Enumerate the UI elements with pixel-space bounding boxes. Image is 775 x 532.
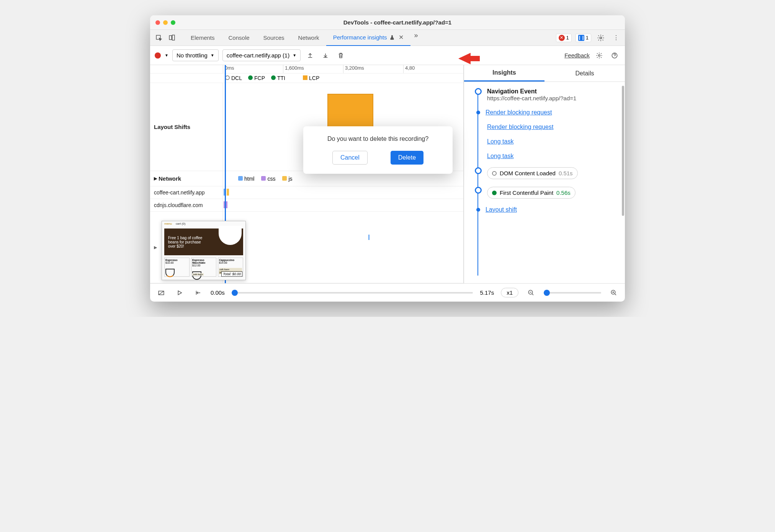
slider-thumb[interactable] bbox=[232, 290, 238, 296]
insight-title: Navigation Event bbox=[487, 88, 619, 95]
info-badge[interactable]: ❙❙ 1 bbox=[576, 34, 591, 42]
insight-link-item[interactable]: Long task bbox=[475, 138, 619, 145]
dialog-buttons: Cancel Delete bbox=[312, 151, 443, 165]
net-bar[interactable] bbox=[224, 189, 226, 196]
insight-link-item[interactable]: Render blocking request bbox=[475, 109, 619, 116]
device-toolbar-icon[interactable] bbox=[166, 32, 178, 44]
help-icon[interactable] bbox=[609, 50, 620, 61]
tab-details[interactable]: Details bbox=[544, 65, 625, 82]
thumb-product: Espresso Macchiato $12.00 milk foam bbox=[191, 258, 216, 277]
metric-pill: First Contentful Paint 0.56s bbox=[487, 187, 576, 199]
inspect-element-icon[interactable] bbox=[153, 32, 165, 44]
record-button[interactable] bbox=[155, 52, 161, 59]
legend-dcl: DCL bbox=[225, 75, 242, 81]
tab-elements[interactable]: Elements bbox=[184, 30, 222, 46]
insight-metric-dcl[interactable]: DOM Content Loaded 0.51s bbox=[475, 167, 619, 179]
net-bar-small[interactable] bbox=[368, 235, 370, 240]
timeline-panel: 0ms 1,600ms 3,200ms 4,80 DCL FCP TTI LCP… bbox=[150, 65, 464, 283]
net-bar[interactable] bbox=[224, 201, 227, 208]
host-content[interactable] bbox=[223, 186, 463, 199]
ruler-tick: 1,600ms bbox=[283, 65, 343, 73]
main-area: 0ms 1,600ms 3,200ms 4,80 DCL FCP TTI LCP… bbox=[150, 65, 625, 283]
network-host-row: coffee-cart.netlify.app bbox=[150, 186, 463, 199]
layout-shift-link[interactable]: Layout shift bbox=[486, 206, 517, 213]
titlebar: DevTools - coffee-cart.netlify.app/?ad=1 bbox=[150, 15, 625, 30]
arrow-annotation bbox=[458, 50, 481, 69]
tab-performance-insights[interactable]: Performance insights ✕ bbox=[326, 30, 410, 46]
error-badge[interactable]: ✕ 1 bbox=[556, 34, 572, 42]
zoom-in-icon[interactable] bbox=[608, 287, 620, 299]
timeline-marker bbox=[475, 88, 482, 95]
download-icon[interactable] bbox=[320, 50, 331, 61]
zoom-thumb[interactable] bbox=[544, 290, 550, 296]
insight-link-item[interactable]: Layout shift bbox=[475, 206, 619, 213]
thumb-total: Total: $0.00 bbox=[221, 271, 242, 277]
sidebar-tabs: Insights Details bbox=[464, 65, 625, 82]
host-content[interactable] bbox=[223, 199, 463, 211]
feedback-link[interactable]: Feedback bbox=[564, 52, 590, 59]
net-bar[interactable] bbox=[227, 189, 229, 196]
thumb-banner: Free 1 bag of coffee beans for purchase … bbox=[164, 228, 243, 255]
lcp-block[interactable] bbox=[327, 94, 373, 128]
timeline-marker-small bbox=[476, 111, 480, 114]
long-task-link[interactable]: Long task bbox=[487, 153, 513, 160]
tab-console[interactable]: Console bbox=[222, 30, 257, 46]
window-title: DevTools - coffee-cart.netlify.app/?ad=1 bbox=[175, 19, 620, 26]
insights-list[interactable]: Navigation Event https://coffee-cart.net… bbox=[464, 82, 625, 283]
tab-sources[interactable]: Sources bbox=[257, 30, 291, 46]
kebab-menu-icon[interactable]: ⋮ bbox=[610, 32, 622, 44]
insight-url: https://coffee-cart.netlify.app/?ad=1 bbox=[487, 95, 619, 101]
traffic-lights bbox=[155, 20, 175, 25]
host-label: cdnjs.cloudflare.com bbox=[150, 199, 223, 211]
svg-point-4 bbox=[598, 54, 600, 56]
play-icon[interactable] bbox=[174, 287, 185, 299]
insight-link-item[interactable]: Long task bbox=[475, 153, 619, 160]
status-badges: ✕ 1 ❙❙ 1 ⋮ bbox=[556, 32, 622, 44]
chevron-down-icon: ▼ bbox=[293, 53, 296, 57]
toggle-screenshot-icon[interactable] bbox=[155, 287, 167, 299]
track-label: Layout Shifts bbox=[150, 83, 223, 171]
maximize-window-button[interactable] bbox=[171, 20, 175, 25]
panel-tabs: Elements Console Sources Network Perform… bbox=[184, 30, 422, 46]
flask-icon bbox=[389, 35, 395, 40]
settings-icon[interactable] bbox=[595, 32, 607, 44]
timeline-marker-small bbox=[476, 208, 480, 212]
recording-dropdown[interactable]: coffee-cart.netlify.app (1) ▼ bbox=[222, 49, 301, 61]
zoom-slider[interactable] bbox=[544, 292, 601, 294]
scrollbar[interactable] bbox=[622, 86, 624, 216]
track-label[interactable]: ▶ Network bbox=[150, 171, 223, 186]
delete-button[interactable]: Delete bbox=[391, 151, 423, 165]
insight-link-item[interactable]: Render blocking request bbox=[475, 124, 619, 131]
devtools-window: DevTools - coffee-cart.netlify.app/?ad=1… bbox=[150, 15, 625, 302]
insight-metric-fcp[interactable]: First Contentful Paint 0.56s bbox=[475, 187, 619, 199]
screenshot-thumbnail[interactable]: menu cart (0) Free 1 bag of coffee beans… bbox=[162, 221, 246, 280]
record-options-caret[interactable]: ▼ bbox=[165, 53, 168, 57]
dialog-message: Do you want to delete this recording? bbox=[312, 135, 443, 142]
zoom-out-icon[interactable] bbox=[525, 287, 537, 299]
render-blocking-link[interactable]: Render blocking request bbox=[487, 124, 553, 131]
throttling-dropdown[interactable]: No throttling ▼ bbox=[172, 49, 219, 61]
close-window-button[interactable] bbox=[155, 20, 160, 25]
tab-network[interactable]: Network bbox=[291, 30, 326, 46]
track-content[interactable] bbox=[223, 212, 463, 283]
cancel-button[interactable]: Cancel bbox=[332, 151, 368, 165]
svg-rect-1 bbox=[169, 36, 172, 40]
render-blocking-link[interactable]: Render blocking request bbox=[486, 109, 552, 116]
rewind-icon[interactable] bbox=[192, 287, 204, 299]
more-tabs-icon[interactable]: » bbox=[410, 30, 422, 41]
error-icon: ✕ bbox=[559, 35, 565, 41]
upload-icon[interactable] bbox=[304, 50, 316, 61]
legend-js: js bbox=[282, 176, 292, 182]
legend-lcp: LCP bbox=[303, 75, 319, 81]
insight-navigation[interactable]: Navigation Event https://coffee-cart.net… bbox=[475, 88, 619, 101]
panel-settings-icon[interactable] bbox=[594, 50, 605, 61]
playback-speed[interactable]: x1 bbox=[501, 288, 518, 297]
metric-label: DOM Content Loaded bbox=[500, 170, 556, 176]
delete-icon[interactable] bbox=[335, 50, 347, 61]
thumb-nav: menu bbox=[164, 222, 172, 225]
playback-slider[interactable] bbox=[232, 292, 473, 294]
close-tab-icon[interactable]: ✕ bbox=[399, 34, 404, 41]
long-task-link[interactable]: Long task bbox=[487, 138, 513, 145]
cup-icon bbox=[219, 226, 242, 245]
minimize-window-button[interactable] bbox=[163, 20, 168, 25]
